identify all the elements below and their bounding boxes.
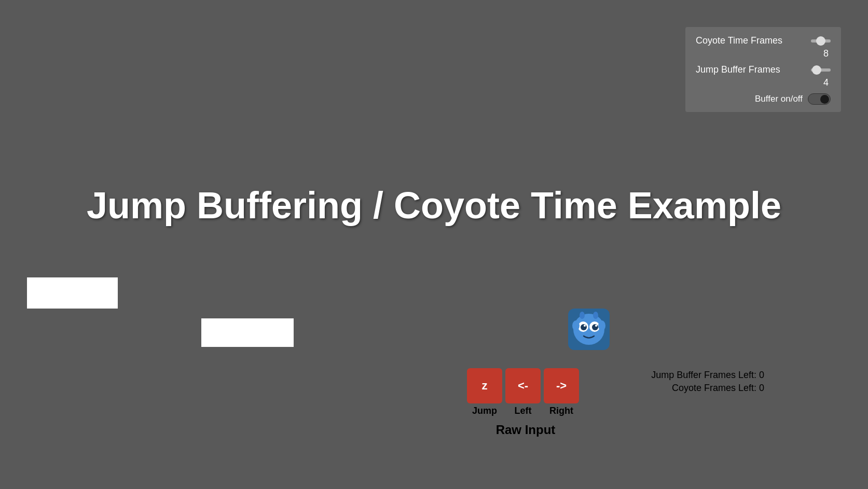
jump-buffer-value: 4 [696,77,831,88]
settings-panel: Coyote Time Frames 8 Jump Buffer Frames … [685,27,841,112]
toggle-knob [820,95,829,104]
buffer-toggle-switch[interactable] [808,93,831,105]
coyote-frames-left-label: Coyote Frames Left: [672,383,756,393]
coyote-frames-left-value: 0 [759,383,764,393]
platform-middle [201,318,294,347]
left-key[interactable]: <- [505,368,541,403]
jump-key[interactable]: z [467,368,502,403]
svg-point-10 [593,312,598,319]
svg-point-5 [584,325,586,327]
jump-button-group: z Jump [467,368,502,416]
buffer-toggle-row: Buffer on/off [696,93,831,105]
svg-point-8 [598,320,605,331]
input-display: z Jump <- Left -> Right Raw Input [467,368,579,437]
main-title: Jump Buffering / Coyote Time Example [87,184,781,227]
buffer-toggle-label: Buffer on/off [755,94,803,104]
character-sprite [571,311,607,347]
svg-point-3 [581,324,587,330]
jump-buffer-frames-left-label: Jump Buffer Frames Left: [651,370,756,380]
platform-left [27,277,118,309]
jump-buffer-frames-left-stat: Jump Buffer Frames Left: 0 [651,370,764,381]
svg-point-6 [595,325,597,327]
left-label: Left [515,406,532,416]
svg-point-9 [580,312,585,319]
right-button-group: -> Right [544,368,579,416]
jump-buffer-slider[interactable] [811,68,831,72]
character [568,309,610,350]
coyote-time-thumb[interactable] [816,36,825,46]
stats-panel: Jump Buffer Frames Left: 0 Coyote Frames… [651,370,764,396]
jump-label: Jump [472,406,497,416]
jump-buffer-row: Jump Buffer Frames [696,64,831,75]
svg-point-7 [572,320,580,331]
coyote-time-slider[interactable] [811,39,831,43]
coyote-time-value: 8 [696,48,831,59]
game-canvas: Jump Buffering / Coyote Time Example Coy… [0,0,868,489]
left-button-group: <- Left [505,368,541,416]
coyote-time-label: Coyote Time Frames [696,35,805,46]
jump-buffer-thumb[interactable] [812,65,821,75]
coyote-frames-left-stat: Coyote Frames Left: 0 [651,383,764,394]
input-buttons-row: z Jump <- Left -> Right [467,368,579,416]
raw-input-label: Raw Input [496,423,556,437]
svg-point-4 [592,324,598,330]
jump-buffer-frames-left-value: 0 [759,370,764,380]
right-key[interactable]: -> [544,368,579,403]
jump-buffer-label: Jump Buffer Frames [696,64,805,75]
right-label: Right [549,406,573,416]
coyote-time-row: Coyote Time Frames [696,35,831,46]
